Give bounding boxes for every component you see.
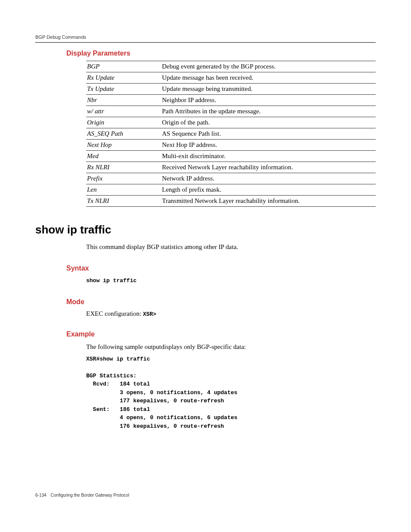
example-heading: Example bbox=[66, 330, 376, 338]
table-row: Len Length of prefix mask. bbox=[86, 184, 376, 196]
param-term: Prefix bbox=[86, 173, 161, 184]
example-intro: The following sample outputdisplays only… bbox=[86, 342, 376, 352]
table-row: Next Hop Next Hop IP address. bbox=[86, 140, 376, 151]
example-code: XSR#show ip traffic BGP Statistics: Rcvd… bbox=[86, 355, 376, 431]
param-desc: Update message being transmitted. bbox=[161, 84, 376, 95]
param-term: Origin bbox=[86, 117, 161, 128]
param-term: BGP bbox=[86, 61, 161, 72]
command-heading: show ip traffic bbox=[35, 223, 376, 236]
param-desc: Origin of the path. bbox=[161, 117, 376, 128]
header-section-label: BGP Debug Commands bbox=[35, 34, 376, 40]
param-term: w/ attr bbox=[86, 106, 161, 117]
table-row: AS_SEQ Path AS Sequence Path list. bbox=[86, 128, 376, 140]
table-row: BGP Debug event generated by the BGP pro… bbox=[86, 61, 376, 72]
param-desc: Debug event generated by the BGP process… bbox=[161, 61, 376, 72]
header-rule bbox=[35, 42, 376, 43]
param-term: Nbr bbox=[86, 95, 161, 106]
table-row: Tx NLRI Transmitted Network Layer reacha… bbox=[86, 196, 376, 207]
param-term: Med bbox=[86, 151, 161, 162]
page-footer: 6-134Configuring the Border Gateway Prot… bbox=[35, 493, 129, 498]
page-content: BGP Debug Commands Display Parameters BG… bbox=[0, 0, 411, 430]
param-desc: AS Sequence Path list. bbox=[161, 128, 376, 140]
param-desc: Multi-exit discriminator. bbox=[161, 151, 376, 162]
mode-line: EXEC configuration: XSR> bbox=[86, 310, 376, 317]
param-desc: Length of prefix mask. bbox=[161, 184, 376, 196]
table-row: Rx NLRI Received Network Layer reachabil… bbox=[86, 162, 376, 173]
syntax-heading: Syntax bbox=[66, 264, 376, 272]
param-desc: Path Attributes in the update message. bbox=[161, 106, 376, 117]
table-row: Rx Update Update message has been receiv… bbox=[86, 72, 376, 84]
param-term: Tx NLRI bbox=[86, 196, 161, 207]
command-intro: This command display BGP statistics amon… bbox=[86, 243, 376, 252]
mode-label: EXEC configuration: bbox=[86, 310, 143, 317]
mode-prompt: XSR> bbox=[143, 311, 156, 317]
table-row: Nbr Neighbor IP address. bbox=[86, 95, 376, 106]
display-parameters-heading: Display Parameters bbox=[66, 50, 376, 57]
param-desc: Next Hop IP address. bbox=[161, 140, 376, 151]
table-row: Prefix Network IP address. bbox=[86, 173, 376, 184]
param-term: Len bbox=[86, 184, 161, 196]
param-term: AS_SEQ Path bbox=[86, 128, 161, 140]
param-desc: Update message has been received. bbox=[161, 72, 376, 84]
param-desc: Received Network Layer reachability info… bbox=[161, 162, 376, 173]
mode-heading: Mode bbox=[66, 298, 376, 306]
param-desc: Network IP address. bbox=[161, 173, 376, 184]
footer-title: Configuring the Border Gateway Protocol bbox=[51, 493, 129, 498]
table-row: Med Multi-exit discriminator. bbox=[86, 151, 376, 162]
table-row: Tx Update Update message being transmitt… bbox=[86, 84, 376, 95]
param-term: Rx Update bbox=[86, 72, 161, 84]
param-term: Next Hop bbox=[86, 140, 161, 151]
table-row: Origin Origin of the path. bbox=[86, 117, 376, 128]
param-desc: Neighbor IP address. bbox=[161, 95, 376, 106]
param-desc: Transmitted Network Layer reachability i… bbox=[161, 196, 376, 207]
param-term: Tx Update bbox=[86, 84, 161, 95]
syntax-code: show ip traffic bbox=[86, 277, 376, 285]
table-row: w/ attr Path Attributes in the update me… bbox=[86, 106, 376, 117]
param-term: Rx NLRI bbox=[86, 162, 161, 173]
page-number: 6-134 bbox=[35, 493, 47, 498]
display-parameters-table: BGP Debug event generated by the BGP pro… bbox=[86, 61, 376, 207]
